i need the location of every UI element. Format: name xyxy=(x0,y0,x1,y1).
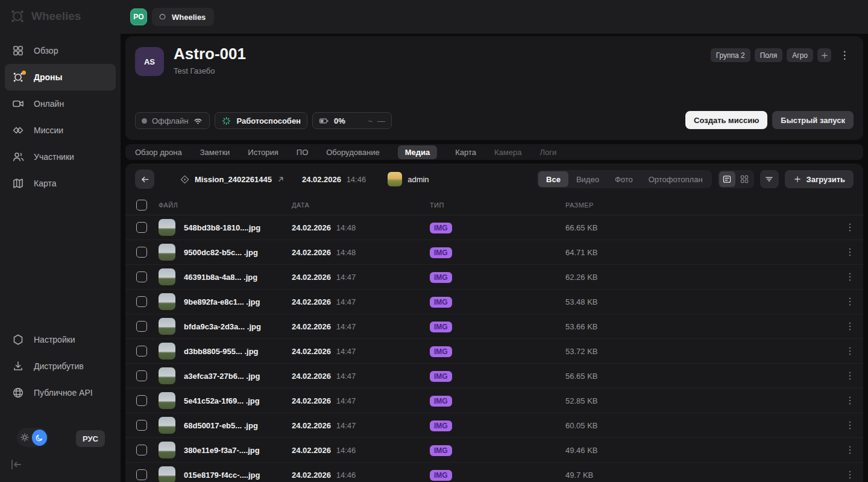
plus-icon xyxy=(793,175,802,183)
org-badge[interactable]: PO xyxy=(130,8,147,25)
mission-date: 24.02.2026 xyxy=(302,175,341,184)
sidebar-item-overview[interactable]: Обзор xyxy=(5,37,116,64)
drone-menu-icon[interactable]: ⋮ xyxy=(839,48,850,62)
table-row[interactable]: 548bd3b8-1810....jpg 24.02.2026 14:48 IM… xyxy=(125,215,863,240)
table-row[interactable]: 015e8179-f4cc-....jpg 24.02.2026 14:46 I… xyxy=(125,463,863,482)
tab-drone-overview[interactable]: Обзор дрона xyxy=(135,148,182,157)
row-menu-icon[interactable]: ⋮ xyxy=(837,371,863,381)
table-row[interactable]: bfda9c3a-2d3a... .jpg 24.02.2026 14:47 I… xyxy=(125,314,863,339)
file-thumbnail xyxy=(159,293,175,310)
file-thumbnail xyxy=(159,244,175,261)
tab-notes[interactable]: Заметки xyxy=(200,148,230,157)
file-name: 9500dc82-b5c... .jpg xyxy=(184,248,258,257)
sidebar-item-label: Миссии xyxy=(34,125,63,135)
filter-photo[interactable]: Фото xyxy=(607,171,641,187)
row-menu-icon[interactable]: ⋮ xyxy=(837,420,863,430)
table-row[interactable]: a3efca37-27b6... .jpg 24.02.2026 14:47 I… xyxy=(125,364,863,388)
row-menu-icon[interactable]: ⋮ xyxy=(837,346,863,356)
row-menu-icon[interactable]: ⋮ xyxy=(837,272,863,282)
dark-theme-icon[interactable] xyxy=(32,430,47,446)
file-name: 46391b8a-4a8... .jpg xyxy=(184,273,257,282)
row-menu-icon[interactable]: ⋮ xyxy=(837,297,863,306)
tab-software[interactable]: ПО xyxy=(297,148,308,157)
add-tag-button[interactable] xyxy=(817,48,831,62)
file-size: 60.05 KB xyxy=(565,421,837,430)
table-row[interactable]: d3bb8805-955... .jpg 24.02.2026 14:47 IM… xyxy=(125,339,863,364)
tab-map[interactable]: Карта xyxy=(455,148,476,157)
row-menu-icon[interactable]: ⋮ xyxy=(837,223,863,232)
sidebar-item-map[interactable]: Карта xyxy=(5,170,116,197)
row-menu-icon[interactable]: ⋮ xyxy=(837,470,863,480)
row-checkbox[interactable] xyxy=(136,222,147,233)
file-size: 62.26 KB xyxy=(565,273,837,282)
file-date: 24.02.2026 xyxy=(292,396,331,405)
sidebar-item-distributive[interactable]: Дистрибутив xyxy=(5,353,116,379)
row-checkbox[interactable] xyxy=(136,321,147,332)
row-menu-icon[interactable]: ⋮ xyxy=(837,396,863,405)
file-size: 53.48 KB xyxy=(565,297,837,306)
tag-group[interactable]: Группа 2 xyxy=(711,48,750,62)
row-checkbox[interactable] xyxy=(136,469,147,480)
file-date: 24.02.2026 xyxy=(292,471,331,480)
sidebar-item-missions[interactable]: Миссии xyxy=(5,117,116,144)
file-date: 24.02.2026 xyxy=(292,297,331,306)
row-checkbox[interactable] xyxy=(136,296,147,307)
main-content: AS Astro-001 Test Газебо Группа 2 Поля А… xyxy=(121,34,868,482)
file-time: 14:47 xyxy=(336,372,356,381)
collapse-sidebar-icon[interactable] xyxy=(10,458,23,471)
quick-launch-button[interactable]: Быстрый запуск xyxy=(772,111,854,129)
filter-video[interactable]: Видео xyxy=(568,171,607,187)
file-date: 24.02.2026 xyxy=(292,347,331,356)
light-theme-icon[interactable] xyxy=(18,430,32,445)
drone-header-card: AS Astro-001 Test Газебо Группа 2 Поля А… xyxy=(125,36,863,140)
workspace-switcher[interactable]: Wheelies xyxy=(152,8,214,26)
file-name: 548bd3b8-1810....jpg xyxy=(184,223,260,232)
row-checkbox[interactable] xyxy=(136,271,147,282)
battery-percent: 0% xyxy=(334,116,345,125)
table-row[interactable]: 5e41c52a-1f69... .jpg 24.02.2026 14:47 I… xyxy=(125,388,863,413)
file-type-badge: IMG xyxy=(430,470,452,481)
mission-link[interactable]: Mission_2402261445 xyxy=(180,174,285,185)
tab-camera[interactable]: Камера xyxy=(494,148,521,157)
table-row[interactable]: 9500dc82-b5c... .jpg 24.02.2026 14:48 IM… xyxy=(125,240,863,265)
row-checkbox[interactable] xyxy=(136,420,147,431)
filter-all[interactable]: Все xyxy=(538,171,568,187)
tag-agro[interactable]: Агро xyxy=(787,48,813,62)
list-view-button[interactable] xyxy=(719,171,735,187)
row-menu-icon[interactable]: ⋮ xyxy=(837,322,863,331)
theme-toggle[interactable] xyxy=(17,428,48,447)
grid-view-button[interactable] xyxy=(737,171,753,187)
brand: Wheelies xyxy=(10,8,81,24)
tab-media[interactable]: Медиа xyxy=(398,145,438,159)
column-type: ТИП xyxy=(430,201,565,209)
row-checkbox[interactable] xyxy=(136,247,147,258)
upload-button[interactable]: Загрузить xyxy=(785,170,854,188)
tag-fields[interactable]: Поля xyxy=(755,48,783,62)
table-row[interactable]: 9be892fa-e8c1... .jpg 24.02.2026 14:47 I… xyxy=(125,290,863,314)
tab-history[interactable]: История xyxy=(248,148,278,157)
sidebar-item-online[interactable]: Онлайн xyxy=(5,90,116,117)
filter-orthophoto[interactable]: Ортофотоплан xyxy=(641,171,711,187)
file-size: 53.66 KB xyxy=(565,322,837,331)
language-button[interactable]: РУС xyxy=(76,430,105,447)
sidebar-item-settings[interactable]: Настройки xyxy=(5,326,116,353)
back-button[interactable] xyxy=(135,170,154,189)
row-menu-icon[interactable]: ⋮ xyxy=(837,445,863,455)
row-checkbox[interactable] xyxy=(136,370,147,381)
filter-button[interactable] xyxy=(760,170,779,188)
row-menu-icon[interactable]: ⋮ xyxy=(837,247,863,257)
row-checkbox[interactable] xyxy=(136,445,147,455)
sidebar-item-members[interactable]: Участники xyxy=(5,144,116,170)
select-all-checkbox[interactable] xyxy=(136,200,147,211)
table-row[interactable]: 68d50017-eb5... .jpg 24.02.2026 14:47 IM… xyxy=(125,413,863,438)
tab-equipment[interactable]: Оборудование xyxy=(326,148,379,157)
table-row[interactable]: 46391b8a-4a8... .jpg 24.02.2026 14:47 IM… xyxy=(125,265,863,290)
row-checkbox[interactable] xyxy=(136,395,147,406)
row-checkbox[interactable] xyxy=(136,346,147,357)
sidebar-item-label: Дистрибутив xyxy=(34,361,84,371)
sidebar-item-drones[interactable]: Дроны xyxy=(5,64,116,90)
tab-logs[interactable]: Логи xyxy=(539,148,556,157)
sidebar-item-public-api[interactable]: Публичное API xyxy=(5,379,116,406)
table-row[interactable]: 380e11e9-f3a7-....jpg 24.02.2026 14:46 I… xyxy=(125,438,863,463)
create-mission-button[interactable]: Создать миссию xyxy=(685,111,767,129)
